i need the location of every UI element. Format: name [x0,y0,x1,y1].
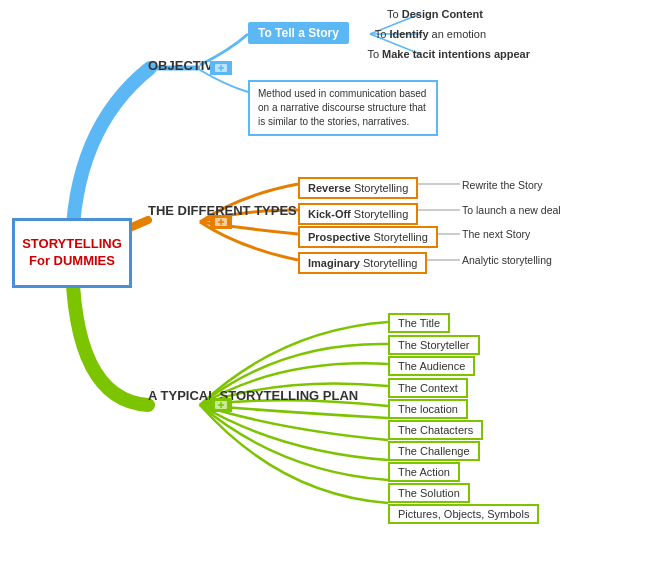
type-node-imaginary: Imaginary Storytelling [298,252,427,274]
mind-map-canvas: STORYTELLING For DUMMIES OBJECTIVES To T… [0,0,658,563]
obj-item-1: To Design Content [387,8,483,20]
type-desc-4: Analytic storytelling [462,254,552,266]
plan-item-7: The Challenge [388,441,480,461]
objectives-expand-icon[interactable] [210,61,232,75]
type-node-prospective: Prospective Storytelling [298,226,438,248]
plan-item-1: The Title [388,313,450,333]
type-desc-3: The next Story [462,228,530,240]
plan-item-6: The Chatacters [388,420,483,440]
type-node-kickoff: Kick-Off Storytelling [298,203,418,225]
objectives-desc: Method used in communication based on a … [248,80,438,136]
types-expand-icon[interactable] [210,215,232,229]
plan-item-5: The location [388,399,468,419]
central-node: STORYTELLING For DUMMIES [12,218,132,288]
plan-item-4: The Context [388,378,468,398]
obj-item-3: To Make tacit intentions appear [367,48,530,60]
plan-item-8: The Action [388,462,460,482]
obj-item-2: To Identify an emotion [375,28,486,40]
plan-item-10: Pictures, Objects, Symbols [388,504,539,524]
central-node-text: STORYTELLING For DUMMIES [22,236,122,270]
plan-item-9: The Solution [388,483,470,503]
plan-expand-icon[interactable] [210,398,232,412]
type-desc-2: To launch a new deal [462,204,561,216]
plan-item-2: The Storyteller [388,335,480,355]
plan-label: A TYPICAL STORYTELLING PLAN [148,388,358,403]
type-desc-1: Rewrite the Story [462,179,543,191]
tell-a-story-node: To Tell a Story [248,22,349,44]
type-node-reverse: Reverse Storytelling [298,177,418,199]
plan-item-3: The Audience [388,356,475,376]
